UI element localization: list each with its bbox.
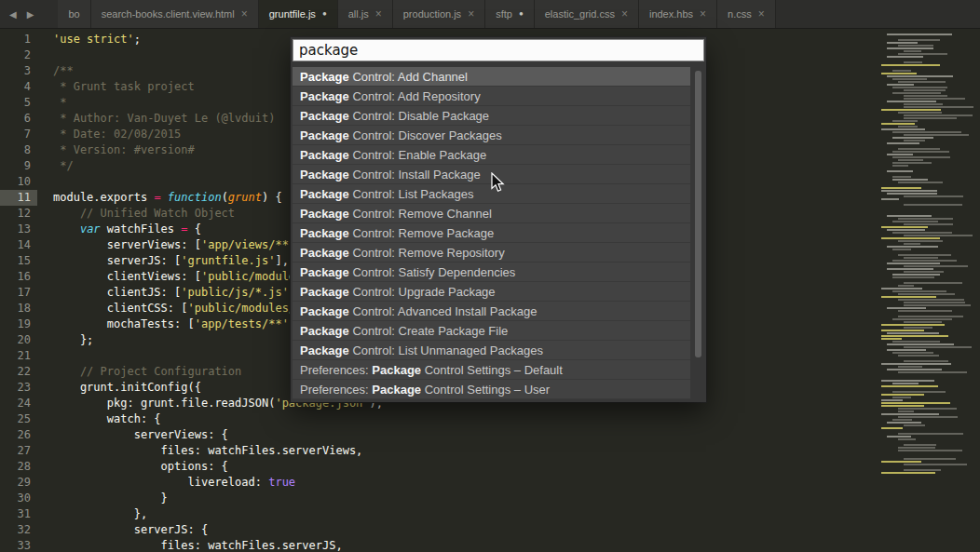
- palette-item[interactable]: Package Control: List Unmanaged Packages: [293, 341, 690, 360]
- code-token: files: watchFiles.serverViews,: [53, 444, 362, 457]
- tab-n-css[interactable]: n.css×: [717, 0, 776, 28]
- code-line[interactable]: 29 livereload: true: [0, 475, 980, 491]
- palette-item[interactable]: Package Control: Remove Package: [293, 223, 690, 243]
- minimap-mark: [881, 399, 903, 401]
- code-token: livereload:: [53, 476, 268, 489]
- minimap-mark: [892, 397, 911, 398]
- palette-item[interactable]: Package Control: Upgrade Package: [293, 282, 690, 302]
- minimap-mark: [898, 366, 922, 368]
- line-number: 21: [0, 348, 37, 364]
- palette-item-text: Control Settings – User: [421, 383, 550, 397]
- palette-item-text: Control: List Packages: [349, 187, 474, 201]
- minimap-mark: [881, 237, 940, 239]
- minimap-mark: [881, 385, 938, 387]
- code-line[interactable]: 25 watch: {: [0, 411, 980, 427]
- tab-sftp[interactable]: sftp●: [485, 0, 535, 28]
- minimap-mark: [892, 221, 938, 222]
- palette-item-text: Control: Remove Channel: [349, 207, 492, 221]
- tab-search-books-client-view-html[interactable]: search-books.client.view.html×: [91, 0, 259, 28]
- palette-item[interactable]: Package Control: Add Channel: [293, 67, 690, 87]
- line-number: 8: [0, 142, 37, 158]
- palette-item[interactable]: Package Control: Discover Packages: [293, 126, 690, 145]
- close-icon[interactable]: ×: [700, 8, 706, 20]
- line-number: 26: [0, 427, 37, 443]
- minimap-mark: [892, 70, 911, 72]
- palette-item-text: Control: Disable Package: [349, 109, 489, 123]
- minimap-mark: [892, 87, 947, 88]
- minimap-mark: [898, 182, 943, 183]
- minimap-mark: [887, 246, 938, 248]
- code-line[interactable]: 27 files: watchFiles.serverViews,: [0, 443, 980, 459]
- palette-item-text: Control: Install Package: [349, 168, 481, 182]
- tab-elastic-grid-css[interactable]: elastic_grid.css×: [535, 0, 639, 28]
- palette-item-text: Preferences:: [300, 383, 372, 397]
- code-token: files: watchFiles.serverJS,: [53, 539, 343, 552]
- code-line[interactable]: 32 serverJS: {: [0, 522, 980, 538]
- palette-item[interactable]: Package Control: Satisfy Dependencies: [293, 263, 690, 282]
- minimap-mark: [904, 469, 941, 471]
- minimap-mark: [881, 198, 899, 200]
- tab-all-js[interactable]: all.js×: [338, 0, 393, 28]
- tab-bo[interactable]: bo: [58, 0, 90, 28]
- back-button[interactable]: ◀: [9, 9, 17, 20]
- code-line[interactable]: 28 options: {: [0, 459, 980, 475]
- code-token: 'public/js/*.js': [181, 286, 289, 299]
- palette-item[interactable]: Package Control: Add Repository: [293, 87, 690, 106]
- palette-item-text: Package: [300, 207, 349, 221]
- minimap-mark: [904, 134, 969, 136]
- palette-item-text: Package: [300, 109, 349, 123]
- code-token: =: [181, 222, 187, 236]
- code-token: watch: {: [53, 412, 161, 425]
- code-text: var watchFiles = {: [37, 222, 201, 237]
- minimap-mark: [898, 433, 963, 435]
- palette-item[interactable]: Preferences: Package Control Settings – …: [293, 360, 690, 380]
- line-number: 30: [0, 491, 37, 506]
- tab-index-hbs[interactable]: index.hbs×: [639, 0, 717, 28]
- line-number: 9: [0, 158, 37, 174]
- minimap-mark: [898, 126, 918, 128]
- code-line[interactable]: 26 serverViews: {: [0, 427, 980, 443]
- close-icon[interactable]: ×: [375, 8, 382, 20]
- minimap-mark: [904, 235, 973, 236]
- line-number: 13: [0, 222, 37, 237]
- close-icon[interactable]: ×: [468, 8, 474, 20]
- tab-label: all.js: [348, 8, 369, 20]
- close-icon[interactable]: ×: [758, 8, 765, 20]
- palette-item[interactable]: Package Control: Enable Package: [293, 145, 690, 165]
- code-token: */: [53, 159, 74, 172]
- close-icon[interactable]: ×: [621, 8, 628, 20]
- tab-production-js[interactable]: production.js×: [393, 0, 485, 28]
- modified-dot-icon: ●: [519, 10, 524, 18]
- code-line[interactable]: 33 files: watchFiles.serverJS,: [0, 538, 980, 552]
- minimap-mark: [898, 81, 946, 83]
- code-text: clientJS: ['public/js/*.js'],: [37, 285, 302, 301]
- minimap-mark: [892, 162, 932, 164]
- minimap-mark: [898, 450, 962, 451]
- line-number: 4: [0, 79, 37, 95]
- palette-item[interactable]: Preferences: Package Control Settings – …: [293, 380, 690, 399]
- palette-item[interactable]: Package Control: Install Package: [293, 165, 690, 184]
- tab-label: index.hbs: [649, 8, 693, 20]
- palette-item[interactable]: Package Control: Remove Channel: [293, 204, 690, 223]
- minimap-mark: [881, 338, 902, 340]
- forward-button[interactable]: ▶: [27, 9, 34, 20]
- modified-dot-icon: ●: [322, 10, 327, 18]
- palette-item-text: Package: [300, 89, 349, 103]
- code-token: // Project Configuration: [53, 365, 241, 378]
- minimap[interactable]: [881, 34, 976, 490]
- line-number: 5: [0, 95, 37, 111]
- code-line[interactable]: 30 }: [0, 491, 980, 506]
- palette-item[interactable]: Package Control: Disable Package: [293, 106, 690, 126]
- code-line[interactable]: 31 },: [0, 506, 980, 522]
- palette-item[interactable]: Package Control: Remove Repository: [293, 243, 690, 263]
- palette-scrollbar-thumb[interactable]: [695, 71, 701, 357]
- palette-item[interactable]: Package Control: Create Package File: [293, 321, 690, 341]
- minimap-mark: [887, 229, 925, 231]
- line-number: 10: [0, 174, 37, 190]
- tab-gruntfile-js[interactable]: gruntfile.js●: [259, 0, 338, 28]
- palette-item[interactable]: Package Control: Advanced Install Packag…: [293, 302, 690, 321]
- line-number: 2: [0, 47, 37, 63]
- command-palette-input[interactable]: [293, 39, 704, 61]
- palette-item[interactable]: Package Control: List Packages: [293, 184, 690, 204]
- close-icon[interactable]: ×: [241, 8, 248, 20]
